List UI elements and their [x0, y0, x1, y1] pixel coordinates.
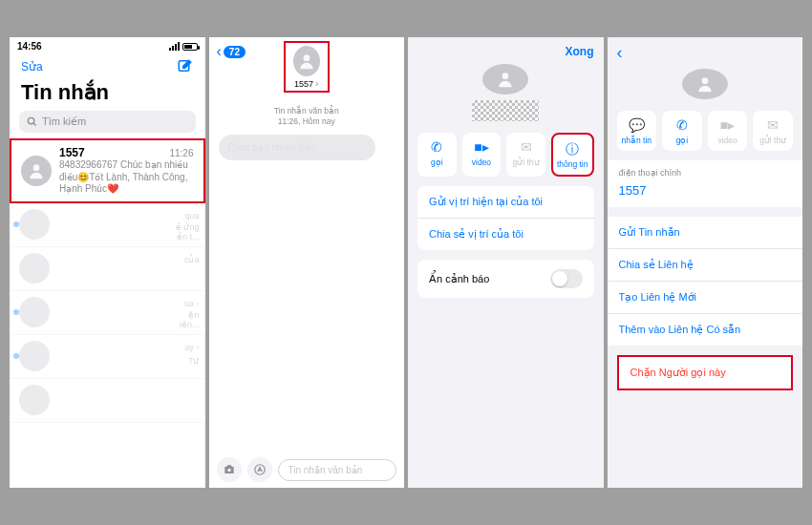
svg-point-4: [227, 469, 231, 472]
back-button[interactable]: ‹72: [217, 43, 246, 60]
call-button[interactable]: ✆gọi: [662, 111, 702, 151]
contact-name-redacted: [472, 100, 539, 121]
action-button-row: 💬nhắn tin ✆gọi ■▸video ✉gửi thư: [617, 111, 794, 151]
contact-header[interactable]: 1557: [284, 41, 330, 93]
conversation-row[interactable]: của: [10, 247, 205, 291]
block-caller-button[interactable]: Chặn Người gọi này: [619, 357, 792, 388]
share-contact-button[interactable]: Chia sẻ Liên hệ: [608, 248, 803, 281]
compose-icon[interactable]: [177, 57, 194, 76]
appstore-icon[interactable]: [247, 457, 272, 482]
search-input[interactable]: Tìm kiếm: [19, 111, 196, 133]
phone-icon: ✆: [431, 140, 442, 154]
info-button[interactable]: ⓘthông tin: [551, 133, 594, 177]
conversation-row[interactable]: quaề ứng ền t...: [10, 203, 205, 247]
hide-alerts-label: Ẩn cảnh báo: [429, 273, 489, 285]
share-location-button[interactable]: Chia sẻ vị trí của tôi: [417, 218, 594, 250]
mail-icon: ✉: [767, 118, 779, 132]
signal-icon: [169, 42, 180, 51]
panel-contact-details: ‹ 💬nhắn tin ✆gọi ■▸video ✉gửi thư điện t…: [608, 37, 803, 488]
avatar-icon: [682, 69, 728, 99]
video-icon: ■▸: [474, 140, 488, 154]
camera-icon[interactable]: [217, 457, 242, 482]
back-button[interactable]: ‹: [608, 37, 803, 69]
svg-point-7: [701, 77, 708, 84]
chat-icon: 💬: [629, 118, 645, 132]
phone-label: điện thoại chính: [608, 160, 803, 179]
search-placeholder: Tìm kiếm: [42, 116, 86, 128]
send-location-button[interactable]: Gửi vị trí hiện tại của tôi: [417, 186, 594, 218]
conv-time: 11:26: [169, 148, 193, 158]
hide-alerts-toggle[interactable]: [550, 269, 583, 288]
add-existing-contact-button[interactable]: Thêm vào Liên hệ Có sẵn: [608, 313, 803, 346]
video-icon: ■▸: [720, 118, 735, 132]
create-contact-button[interactable]: Tạo Liên hệ Mới: [608, 281, 803, 313]
status-bar: 14:56: [10, 37, 205, 52]
avatar-icon: [293, 46, 320, 76]
phone-icon: ✆: [676, 118, 688, 132]
contact-number: 1557: [294, 78, 318, 89]
avatar-icon: [21, 156, 52, 186]
page-title: Tin nhắn: [10, 78, 205, 111]
avatar-icon: [482, 64, 528, 94]
edit-button[interactable]: Sửa: [21, 60, 43, 74]
conv-preview: 84832966767 Chúc bạn nhiều điều😊Tốt Lành…: [59, 159, 194, 196]
conversation-row-featured[interactable]: 155711:26 84832966767 Chúc bạn nhiều điề…: [10, 138, 205, 203]
panel-messages-list: 14:56 Sửa Tin nhắn Tìm kiếm 155711:26 84…: [10, 37, 205, 488]
info-icon: ⓘ: [566, 142, 579, 156]
panel-conversation: ‹72 1557 Tin nhắn văn bản 11:26, Hôm nay…: [209, 37, 405, 488]
call-button[interactable]: ✆gọi: [417, 133, 457, 177]
mail-button[interactable]: ✉gửi thư: [506, 133, 545, 177]
conversation-row[interactable]: ay ›Tự: [10, 335, 205, 379]
message-meta: Tin nhắn văn bản 11:26, Hôm nay: [209, 106, 405, 127]
hide-alerts-row[interactable]: Ẩn cảnh báo: [417, 260, 594, 298]
conv-name: 1557: [59, 146, 85, 159]
svg-point-1: [28, 117, 33, 123]
mail-icon: ✉: [521, 140, 532, 154]
status-time: 14:56: [17, 41, 42, 52]
svg-point-3: [303, 54, 310, 61]
message-input[interactable]: Tin nhắn văn bản: [278, 459, 397, 481]
send-message-button[interactable]: Gửi Tin nhắn: [608, 217, 803, 248]
done-button[interactable]: Xong: [566, 45, 594, 58]
battery-icon: [182, 43, 198, 51]
action-button-row: ✆gọi ■▸video ✉gửi thư ⓘthông tin: [417, 133, 594, 177]
message-bubble: Chúc bạn nhiều điều: [219, 135, 376, 160]
conversation-row[interactable]: [10, 379, 205, 423]
video-button[interactable]: ■▸video: [708, 111, 748, 151]
panel-contact-card: Xong ✆gọi ■▸video ✉gửi thư ⓘthông tin Gử…: [408, 37, 604, 488]
message-button[interactable]: 💬nhắn tin: [617, 111, 657, 151]
phone-number[interactable]: 1557: [608, 179, 803, 207]
svg-point-6: [502, 73, 509, 79]
unread-badge: 72: [224, 46, 246, 58]
mail-button[interactable]: ✉gửi thư: [753, 111, 793, 151]
conversation-row[interactable]: ua ›ện iện...: [10, 291, 205, 335]
video-button[interactable]: ■▸video: [462, 133, 502, 177]
svg-point-2: [33, 164, 40, 171]
